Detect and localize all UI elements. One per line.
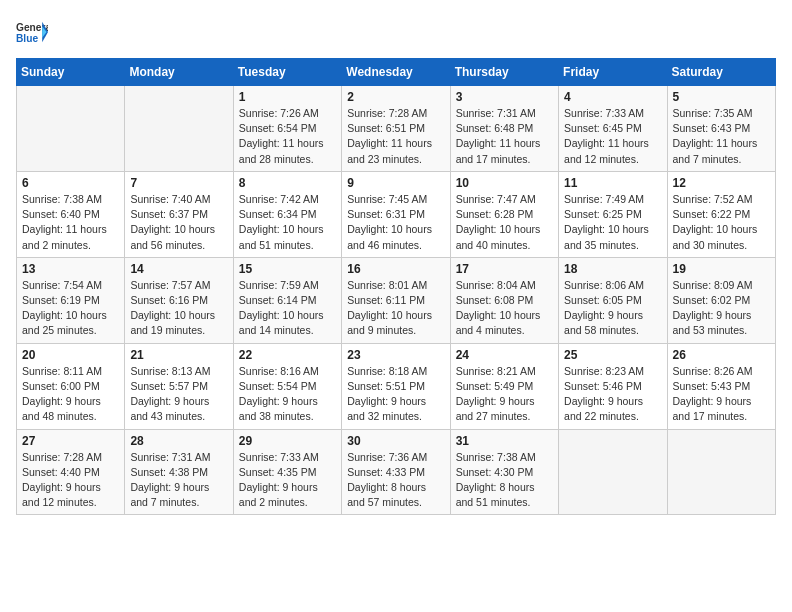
day-info: Sunrise: 8:26 AMSunset: 5:43 PMDaylight:… — [673, 364, 770, 425]
day-number: 29 — [239, 434, 336, 448]
day-number: 27 — [22, 434, 119, 448]
calendar-cell: 20Sunrise: 8:11 AMSunset: 6:00 PMDayligh… — [17, 343, 125, 429]
day-number: 23 — [347, 348, 444, 362]
calendar-week-5: 27Sunrise: 7:28 AMSunset: 4:40 PMDayligh… — [17, 429, 776, 515]
day-info: Sunrise: 7:36 AMSunset: 4:33 PMDaylight:… — [347, 450, 444, 511]
day-info: Sunrise: 7:35 AMSunset: 6:43 PMDaylight:… — [673, 106, 770, 167]
calendar-cell: 31Sunrise: 7:38 AMSunset: 4:30 PMDayligh… — [450, 429, 558, 515]
calendar-cell: 12Sunrise: 7:52 AMSunset: 6:22 PMDayligh… — [667, 171, 775, 257]
calendar-cell: 2Sunrise: 7:28 AMSunset: 6:51 PMDaylight… — [342, 86, 450, 172]
weekday-header-monday: Monday — [125, 59, 233, 86]
calendar-cell: 24Sunrise: 8:21 AMSunset: 5:49 PMDayligh… — [450, 343, 558, 429]
calendar-cell: 4Sunrise: 7:33 AMSunset: 6:45 PMDaylight… — [559, 86, 667, 172]
calendar-cell: 9Sunrise: 7:45 AMSunset: 6:31 PMDaylight… — [342, 171, 450, 257]
day-number: 25 — [564, 348, 661, 362]
calendar-cell: 30Sunrise: 7:36 AMSunset: 4:33 PMDayligh… — [342, 429, 450, 515]
calendar-cell: 22Sunrise: 8:16 AMSunset: 5:54 PMDayligh… — [233, 343, 341, 429]
day-number: 1 — [239, 90, 336, 104]
day-number: 3 — [456, 90, 553, 104]
day-number: 26 — [673, 348, 770, 362]
day-number: 17 — [456, 262, 553, 276]
calendar-week-3: 13Sunrise: 7:54 AMSunset: 6:19 PMDayligh… — [17, 257, 776, 343]
weekday-header-sunday: Sunday — [17, 59, 125, 86]
day-info: Sunrise: 7:47 AMSunset: 6:28 PMDaylight:… — [456, 192, 553, 253]
day-number: 5 — [673, 90, 770, 104]
day-info: Sunrise: 8:23 AMSunset: 5:46 PMDaylight:… — [564, 364, 661, 425]
calendar-cell: 6Sunrise: 7:38 AMSunset: 6:40 PMDaylight… — [17, 171, 125, 257]
calendar-table: SundayMondayTuesdayWednesdayThursdayFrid… — [16, 58, 776, 515]
calendar-week-2: 6Sunrise: 7:38 AMSunset: 6:40 PMDaylight… — [17, 171, 776, 257]
day-number: 30 — [347, 434, 444, 448]
calendar-cell — [17, 86, 125, 172]
day-info: Sunrise: 8:04 AMSunset: 6:08 PMDaylight:… — [456, 278, 553, 339]
day-info: Sunrise: 7:28 AMSunset: 6:51 PMDaylight:… — [347, 106, 444, 167]
weekday-header-thursday: Thursday — [450, 59, 558, 86]
calendar-cell: 13Sunrise: 7:54 AMSunset: 6:19 PMDayligh… — [17, 257, 125, 343]
day-info: Sunrise: 8:13 AMSunset: 5:57 PMDaylight:… — [130, 364, 227, 425]
day-info: Sunrise: 7:49 AMSunset: 6:25 PMDaylight:… — [564, 192, 661, 253]
calendar-header: SundayMondayTuesdayWednesdayThursdayFrid… — [17, 59, 776, 86]
weekday-header-saturday: Saturday — [667, 59, 775, 86]
day-number: 4 — [564, 90, 661, 104]
calendar-cell: 14Sunrise: 7:57 AMSunset: 6:16 PMDayligh… — [125, 257, 233, 343]
day-info: Sunrise: 7:42 AMSunset: 6:34 PMDaylight:… — [239, 192, 336, 253]
calendar-week-4: 20Sunrise: 8:11 AMSunset: 6:00 PMDayligh… — [17, 343, 776, 429]
day-number: 10 — [456, 176, 553, 190]
calendar-cell: 28Sunrise: 7:31 AMSunset: 4:38 PMDayligh… — [125, 429, 233, 515]
day-info: Sunrise: 7:33 AMSunset: 4:35 PMDaylight:… — [239, 450, 336, 511]
calendar-cell: 19Sunrise: 8:09 AMSunset: 6:02 PMDayligh… — [667, 257, 775, 343]
calendar-cell: 25Sunrise: 8:23 AMSunset: 5:46 PMDayligh… — [559, 343, 667, 429]
day-number: 22 — [239, 348, 336, 362]
day-number: 13 — [22, 262, 119, 276]
day-number: 9 — [347, 176, 444, 190]
day-info: Sunrise: 8:21 AMSunset: 5:49 PMDaylight:… — [456, 364, 553, 425]
day-number: 12 — [673, 176, 770, 190]
calendar-cell: 18Sunrise: 8:06 AMSunset: 6:05 PMDayligh… — [559, 257, 667, 343]
day-number: 19 — [673, 262, 770, 276]
day-number: 6 — [22, 176, 119, 190]
day-number: 8 — [239, 176, 336, 190]
calendar-cell: 23Sunrise: 8:18 AMSunset: 5:51 PMDayligh… — [342, 343, 450, 429]
day-info: Sunrise: 8:16 AMSunset: 5:54 PMDaylight:… — [239, 364, 336, 425]
day-info: Sunrise: 7:54 AMSunset: 6:19 PMDaylight:… — [22, 278, 119, 339]
calendar-cell: 5Sunrise: 7:35 AMSunset: 6:43 PMDaylight… — [667, 86, 775, 172]
day-info: Sunrise: 7:26 AMSunset: 6:54 PMDaylight:… — [239, 106, 336, 167]
day-info: Sunrise: 7:45 AMSunset: 6:31 PMDaylight:… — [347, 192, 444, 253]
day-number: 21 — [130, 348, 227, 362]
calendar-cell: 29Sunrise: 7:33 AMSunset: 4:35 PMDayligh… — [233, 429, 341, 515]
weekday-header-tuesday: Tuesday — [233, 59, 341, 86]
calendar-cell — [667, 429, 775, 515]
calendar-cell: 10Sunrise: 7:47 AMSunset: 6:28 PMDayligh… — [450, 171, 558, 257]
day-info: Sunrise: 7:31 AMSunset: 4:38 PMDaylight:… — [130, 450, 227, 511]
calendar-cell: 1Sunrise: 7:26 AMSunset: 6:54 PMDaylight… — [233, 86, 341, 172]
day-number: 11 — [564, 176, 661, 190]
day-number: 2 — [347, 90, 444, 104]
day-info: Sunrise: 7:40 AMSunset: 6:37 PMDaylight:… — [130, 192, 227, 253]
day-info: Sunrise: 7:38 AMSunset: 4:30 PMDaylight:… — [456, 450, 553, 511]
day-info: Sunrise: 8:06 AMSunset: 6:05 PMDaylight:… — [564, 278, 661, 339]
day-info: Sunrise: 7:57 AMSunset: 6:16 PMDaylight:… — [130, 278, 227, 339]
calendar-cell: 11Sunrise: 7:49 AMSunset: 6:25 PMDayligh… — [559, 171, 667, 257]
day-number: 18 — [564, 262, 661, 276]
calendar-cell: 21Sunrise: 8:13 AMSunset: 5:57 PMDayligh… — [125, 343, 233, 429]
day-info: Sunrise: 8:01 AMSunset: 6:11 PMDaylight:… — [347, 278, 444, 339]
day-info: Sunrise: 8:09 AMSunset: 6:02 PMDaylight:… — [673, 278, 770, 339]
calendar-cell: 3Sunrise: 7:31 AMSunset: 6:48 PMDaylight… — [450, 86, 558, 172]
calendar-cell: 26Sunrise: 8:26 AMSunset: 5:43 PMDayligh… — [667, 343, 775, 429]
calendar-cell: 7Sunrise: 7:40 AMSunset: 6:37 PMDaylight… — [125, 171, 233, 257]
day-info: Sunrise: 7:31 AMSunset: 6:48 PMDaylight:… — [456, 106, 553, 167]
day-number: 14 — [130, 262, 227, 276]
day-number: 20 — [22, 348, 119, 362]
calendar-cell — [125, 86, 233, 172]
day-info: Sunrise: 7:28 AMSunset: 4:40 PMDaylight:… — [22, 450, 119, 511]
weekday-header-wednesday: Wednesday — [342, 59, 450, 86]
calendar-cell: 16Sunrise: 8:01 AMSunset: 6:11 PMDayligh… — [342, 257, 450, 343]
page-header: GeneralBlue — [16, 16, 776, 48]
day-number: 15 — [239, 262, 336, 276]
svg-text:Blue: Blue — [16, 33, 38, 44]
calendar-cell: 27Sunrise: 7:28 AMSunset: 4:40 PMDayligh… — [17, 429, 125, 515]
day-number: 24 — [456, 348, 553, 362]
day-number: 16 — [347, 262, 444, 276]
logo: GeneralBlue — [16, 16, 48, 48]
calendar-body: 1Sunrise: 7:26 AMSunset: 6:54 PMDaylight… — [17, 86, 776, 515]
